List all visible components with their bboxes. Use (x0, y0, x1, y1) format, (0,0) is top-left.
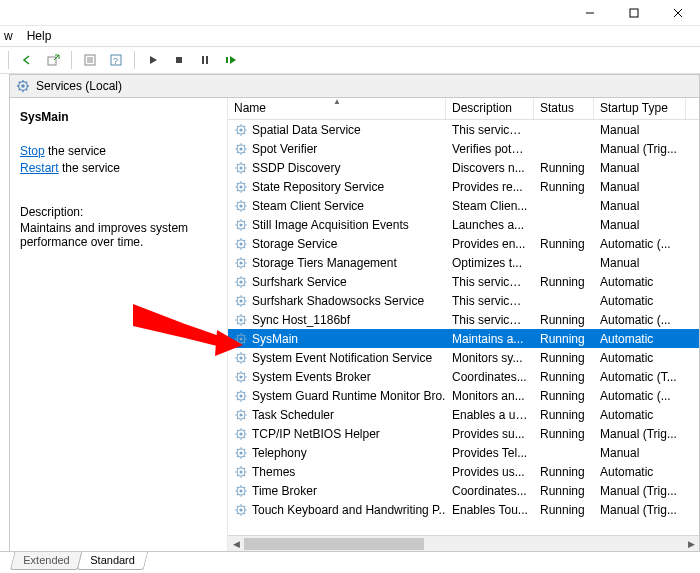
horizontal-scrollbar[interactable]: ◀ ▶ (228, 535, 699, 551)
svg-line-62 (244, 190, 245, 191)
table-row[interactable]: ThemesProvides us...RunningAutomatic (228, 462, 699, 481)
close-button[interactable] (656, 0, 700, 25)
scroll-left-icon[interactable]: ◀ (228, 537, 244, 551)
detail-pane: SysMain Stop the service Restart the ser… (10, 98, 228, 551)
svg-line-204 (244, 448, 245, 449)
service-name-text: Task Scheduler (252, 408, 334, 422)
table-row[interactable]: Storage Tiers ManagementOptimizes t...Ma… (228, 253, 699, 272)
toolbar-separator (134, 51, 135, 69)
table-row[interactable]: System Event Notification ServiceMonitor… (228, 348, 699, 367)
svg-line-192 (244, 437, 245, 438)
sort-ascending-icon: ▲ (333, 98, 341, 106)
table-row[interactable]: System Events BrokerCoordinates...Runnin… (228, 367, 699, 386)
scroll-thumb[interactable] (244, 538, 424, 550)
service-name-text: System Guard Runtime Monitor Bro... (252, 389, 446, 403)
svg-point-106 (239, 280, 242, 283)
service-name-text: Surfshark Shadowsocks Service (252, 294, 424, 308)
table-row[interactable]: Storage ServiceProvides en...RunningAuto… (228, 234, 699, 253)
toolbar-properties-icon[interactable] (80, 50, 100, 70)
stop-link[interactable]: Stop (20, 144, 45, 158)
svg-line-224 (244, 486, 245, 487)
cell-status: Running (534, 332, 594, 346)
toolbar-help-icon[interactable]: ? (106, 50, 126, 70)
selected-service-name: SysMain (20, 110, 217, 124)
pane-title: Services (Local) (36, 79, 122, 93)
table-row[interactable]: Steam Client ServiceSteam Clien...Manual (228, 196, 699, 215)
svg-line-82 (244, 228, 245, 229)
svg-line-61 (237, 182, 238, 183)
cell-name: Time Broker (228, 484, 446, 498)
minimize-button[interactable] (568, 0, 612, 25)
table-row[interactable]: Still Image Acquisition EventsLaunches a… (228, 215, 699, 234)
cell-name: State Repository Service (228, 180, 446, 194)
toolbar-start-icon[interactable] (143, 50, 163, 70)
col-status[interactable]: Status (534, 98, 594, 119)
toolbar-stop-icon[interactable] (169, 50, 189, 70)
cell-description: Steam Clien... (446, 199, 534, 213)
toolbar-separator (8, 51, 9, 69)
service-gear-icon (234, 408, 248, 422)
maximize-button[interactable] (612, 0, 656, 25)
cell-name: Task Scheduler (228, 408, 446, 422)
tab-standard[interactable]: Standard (77, 552, 148, 570)
table-row[interactable]: TCP/IP NetBIOS HelperProvides su...Runni… (228, 424, 699, 443)
service-rows: Spatial Data ServiceThis service ...Manu… (228, 120, 699, 538)
svg-point-116 (239, 299, 242, 302)
toolbar-export-icon[interactable] (43, 50, 63, 70)
svg-line-124 (244, 296, 245, 297)
toolbar-pause-icon[interactable] (195, 50, 215, 70)
cell-startup-type: Manual (594, 199, 686, 213)
table-row[interactable]: Sync Host_1186bfThis service ...RunningA… (228, 310, 699, 329)
svg-line-34 (244, 125, 245, 126)
menu-help[interactable]: Help (27, 29, 52, 43)
scroll-track[interactable] (244, 537, 683, 551)
svg-line-141 (237, 334, 238, 335)
cell-status: Running (534, 237, 594, 251)
table-row[interactable]: Spatial Data ServiceThis service ...Manu… (228, 120, 699, 139)
svg-line-133 (237, 323, 238, 324)
table-row[interactable]: Time BrokerCoordinates...RunningManual (… (228, 481, 699, 500)
service-gear-icon (234, 332, 248, 346)
cell-startup-type: Automatic (594, 351, 686, 365)
svg-line-233 (237, 513, 238, 514)
cell-name: SSDP Discovery (228, 161, 446, 175)
svg-line-152 (244, 361, 245, 362)
cell-status: Running (534, 275, 594, 289)
table-row[interactable]: State Repository ServiceProvides re...Ru… (228, 177, 699, 196)
toolbar-restart-icon[interactable] (221, 50, 241, 70)
cell-name: System Events Broker (228, 370, 446, 384)
table-row[interactable]: SysMainMaintains a...RunningAutomatic (228, 329, 699, 348)
service-name-text: TCP/IP NetBIOS Helper (252, 427, 380, 441)
table-row[interactable]: SSDP DiscoveryDiscovers n...RunningManua… (228, 158, 699, 177)
svg-line-112 (244, 285, 245, 286)
restart-link[interactable]: Restart (20, 161, 59, 175)
menu-view[interactable]: w (4, 29, 13, 43)
tab-extended[interactable]: Extended (10, 552, 83, 570)
svg-line-63 (237, 190, 238, 191)
svg-line-73 (237, 209, 238, 210)
svg-line-31 (237, 125, 238, 126)
svg-line-21 (19, 82, 20, 83)
cell-startup-type: Manual (Trig... (594, 427, 686, 441)
svg-point-226 (239, 508, 242, 511)
toolbar-back-icon[interactable] (17, 50, 37, 70)
table-row[interactable]: Task SchedulerEnables a us...RunningAuto… (228, 405, 699, 424)
service-name-text: State Repository Service (252, 180, 384, 194)
cell-status: Running (534, 465, 594, 479)
table-row[interactable]: Touch Keyboard and Handwriting P...Enabl… (228, 500, 699, 519)
cell-description: Provides us... (446, 465, 534, 479)
cell-startup-type: Manual (Trig... (594, 484, 686, 498)
svg-line-103 (237, 266, 238, 267)
table-row[interactable]: TelephonyProvides Tel...Manual (228, 443, 699, 462)
table-row[interactable]: Surfshark Shadowsocks ServiceThis servic… (228, 291, 699, 310)
table-row[interactable]: System Guard Runtime Monitor Bro...Monit… (228, 386, 699, 405)
cell-description: Maintains a... (446, 332, 534, 346)
view-tabs: Extended Standard (0, 552, 700, 572)
cell-description: Verifies pote... (446, 142, 534, 156)
col-startup-type[interactable]: Startup Type (594, 98, 686, 119)
table-row[interactable]: Spot VerifierVerifies pote...Manual (Tri… (228, 139, 699, 158)
menubar: w Help (0, 26, 700, 46)
scroll-right-icon[interactable]: ▶ (683, 537, 699, 551)
col-description[interactable]: Description (446, 98, 534, 119)
table-row[interactable]: Surfshark ServiceThis service ...Running… (228, 272, 699, 291)
